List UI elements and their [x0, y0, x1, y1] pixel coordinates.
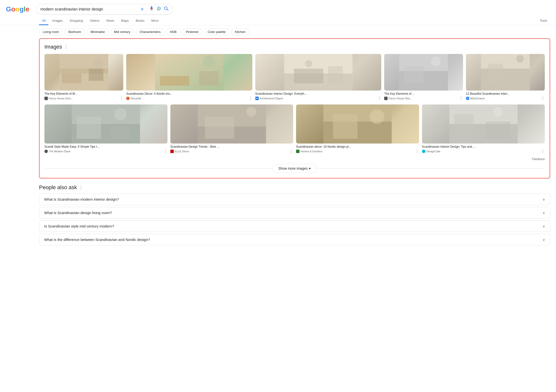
tab-maps[interactable]: Maps — [118, 17, 132, 25]
image-source-3: AD Architectural Digest ⋮ — [255, 96, 381, 101]
svg-line-5 — [167, 9, 168, 11]
source-icon-6 — [44, 150, 48, 153]
tab-tools[interactable]: Tools — [537, 17, 550, 25]
chip-minimalist[interactable]: Minimalist — [87, 28, 108, 35]
image-thumb-2 — [126, 54, 252, 91]
clear-button[interactable]: ✕ — [140, 7, 144, 12]
card-menu-5[interactable]: ⋮ — [541, 96, 545, 101]
image-card-3[interactable]: Scandinavian Interior Design: Everyth...… — [255, 54, 381, 101]
paa-item-4[interactable]: What is the difference between Scandinav… — [39, 234, 550, 245]
chip-living-room[interactable]: Living room — [39, 28, 63, 35]
header: Google ✕ — [0, 0, 556, 14]
show-more-button[interactable]: Show more images ▾ — [272, 164, 317, 173]
image-card-8[interactable]: Scandinavian decor: 10 Nordic design pr.… — [296, 104, 419, 154]
svg-point-20 — [305, 60, 312, 67]
paa-question-1: What is Scandinavian modern interior des… — [44, 197, 119, 201]
image-card-1[interactable]: The Key Elements of M... Fancy House Des… — [44, 54, 123, 101]
tab-images[interactable]: Images — [49, 17, 66, 25]
svg-rect-31 — [77, 117, 101, 139]
chip-pinterest[interactable]: Pinterest — [182, 28, 202, 35]
source-icon-9 — [422, 150, 425, 153]
svg-point-28 — [516, 55, 524, 62]
image-source-2: Decorilla ⋮ — [126, 96, 252, 101]
svg-rect-23 — [404, 66, 424, 83]
image-card-2[interactable]: Scandinavian Decor: A Nordic-Ins... Deco… — [126, 54, 252, 101]
source-name-6: The Modern Dane — [49, 150, 71, 153]
chip-kitchen[interactable]: Kitchen — [231, 28, 249, 35]
nav-tabs: All Images Shopping Videos News Maps Boo… — [0, 14, 556, 25]
image-thumb-6 — [44, 104, 167, 144]
paa-item-3[interactable]: Is Scandinavian style mid century modern… — [39, 220, 550, 232]
tab-books[interactable]: Books — [133, 17, 147, 25]
tab-shopping[interactable]: Shopping — [67, 17, 86, 25]
image-label-8: Scandinavian decor: 10 Nordic design pr.… — [296, 145, 419, 148]
chip-mid-century[interactable]: Mid century — [110, 28, 134, 35]
tab-more[interactable]: More — [148, 17, 162, 25]
source-name-5: MyDomaine — [470, 97, 485, 100]
tab-videos[interactable]: Videos — [87, 17, 103, 25]
search-input[interactable] — [40, 7, 138, 11]
image-label-9: Scandinavian Interior Design: Tips and .… — [422, 145, 545, 148]
chevron-down-icon-4: ∨ — [543, 238, 545, 242]
image-card-7[interactable]: Scandinavian Design Trends - Best ... EL… — [170, 104, 293, 154]
images-more-icon[interactable]: ⋮ — [64, 44, 68, 50]
svg-rect-44 — [454, 114, 474, 139]
source-name-3: Architectural Digest — [260, 97, 283, 100]
paa-item-1[interactable]: What is Scandinavian modern interior des… — [39, 194, 550, 205]
source-name-8: Homes & Gardens — [300, 150, 322, 153]
svg-rect-27 — [488, 64, 503, 83]
svg-rect-18 — [294, 69, 323, 83]
card-menu-9[interactable]: ⋮ — [541, 149, 545, 154]
lens-button[interactable] — [156, 6, 161, 12]
voice-search-button[interactable] — [149, 6, 154, 12]
paa-item-2[interactable]: What is Scandinavian design living room?… — [39, 207, 550, 218]
source-name-9: DesignCafe — [426, 150, 440, 153]
paa-question-3: Is Scandinavian style mid century modern… — [44, 224, 114, 228]
image-card-4[interactable]: The Key Elements of ... Fancy House Des.… — [384, 54, 463, 101]
image-card-9[interactable]: Scandinavian Interior Design: Tips and .… — [422, 104, 545, 154]
chip-color-palette[interactable]: Color palette — [204, 28, 229, 35]
chevron-down-icon-1: ∨ — [543, 197, 545, 201]
svg-rect-36 — [205, 117, 234, 139]
image-source-9: DesignCafe ⋮ — [422, 149, 545, 154]
chip-characteristics[interactable]: Characteristics — [136, 28, 164, 35]
svg-rect-19 — [328, 66, 343, 83]
card-menu-4[interactable]: ⋮ — [459, 96, 463, 101]
images-section: Images ⋮ The Key Elements of M... — [39, 38, 550, 178]
main-content: Images ⋮ The Key Elements of M... — [0, 38, 556, 245]
svg-point-9 — [93, 59, 103, 69]
feedback-text: Feedback — [44, 157, 545, 161]
svg-point-41 — [370, 109, 384, 124]
svg-rect-40 — [333, 114, 358, 139]
svg-rect-15 — [199, 71, 218, 86]
source-icon-3: AD — [255, 97, 259, 100]
image-thumb-4 — [384, 54, 463, 91]
svg-point-24 — [431, 56, 441, 66]
tab-all[interactable]: All — [39, 17, 48, 25]
card-menu-7[interactable]: ⋮ — [289, 149, 293, 154]
image-label-2: Scandinavian Decor: A Nordic-Ins... — [126, 92, 252, 95]
divider — [146, 6, 147, 12]
card-menu-6[interactable]: ⋮ — [164, 149, 167, 154]
paa-more-icon[interactable]: ⋮ — [79, 185, 83, 190]
tab-news[interactable]: News — [103, 17, 117, 25]
card-menu-3[interactable]: ⋮ — [377, 96, 381, 101]
svg-point-3 — [158, 8, 160, 10]
card-menu-2[interactable]: ⋮ — [248, 96, 252, 101]
image-row-1: The Key Elements of M... Fancy House Des… — [44, 54, 545, 101]
paa-question-2: What is Scandinavian design living room? — [44, 211, 112, 215]
card-menu-1[interactable]: ⋮ — [119, 96, 123, 101]
search-bar[interactable]: ✕ — [36, 4, 173, 14]
image-card-6[interactable]: Scandi Style Made Easy: 6 Simple Tips t.… — [44, 104, 167, 154]
chevron-down-icon-2: ∨ — [543, 211, 545, 215]
search-button[interactable] — [164, 6, 169, 12]
card-menu-8[interactable]: ⋮ — [415, 149, 419, 154]
people-also-ask-section: People also ask ⋮ What is Scandinavian m… — [39, 184, 550, 245]
chip-hdb[interactable]: HDB — [166, 28, 180, 35]
source-name-7: ELLE Decor — [175, 150, 189, 153]
source-icon-1 — [44, 97, 48, 100]
image-source-6: The Modern Dane ⋮ — [44, 149, 167, 154]
image-card-5[interactable]: 12 Beautiful Scandinavian Interi... D My… — [466, 54, 545, 101]
image-thumb-1 — [44, 54, 123, 91]
chip-bedroom[interactable]: Bedroom — [65, 28, 85, 35]
